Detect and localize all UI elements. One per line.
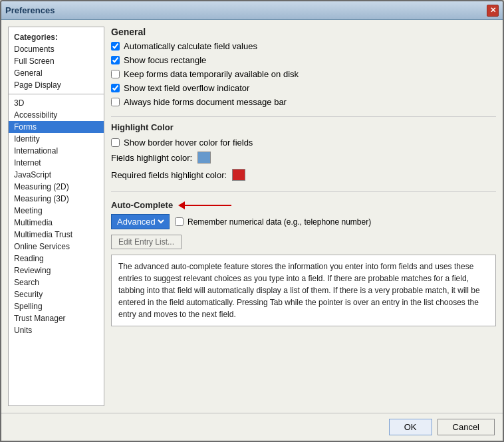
show-border-label: Show border hover color for fields [124, 138, 253, 148]
required-highlight-swatch[interactable] [232, 169, 245, 181]
ok-button[interactable]: OK [389, 419, 432, 435]
sidebar: Categories: Documents Full Screen Genera… [8, 27, 104, 406]
fields-highlight-swatch[interactable] [197, 152, 211, 164]
fields-highlight-row: Fields highlight color: [111, 152, 496, 164]
sidebar-item-measuring2d[interactable]: Measuring (2D) [9, 181, 104, 193]
checkbox-auto-calculate: Automatically calculate field values [111, 41, 496, 51]
keep-forms-label: Keep forms data temporarily available on… [124, 69, 299, 79]
divider1 [111, 116, 496, 117]
footer-bar: OK Cancel [1, 413, 503, 441]
preferences-window: Preferences ✕ Categories: Documents Full… [0, 0, 504, 442]
sidebar-item-reviewing[interactable]: Reviewing [9, 265, 104, 276]
sidebar-item-reading[interactable]: Reading [9, 253, 104, 265]
divider2 [111, 191, 496, 192]
info-box: The advanced auto-complete feature store… [111, 255, 496, 326]
cancel-button[interactable]: Cancel [438, 419, 495, 435]
show-border-checkbox[interactable] [111, 138, 120, 147]
sidebar-item-multimediatrust[interactable]: Multimedia Trust [9, 229, 104, 241]
highlight-color-section: Highlight Color Show border hover color … [111, 122, 496, 186]
sidebar-item-internet[interactable]: Internet [9, 157, 104, 169]
sidebar-item-pagedisplay[interactable]: Page Display [9, 79, 104, 91]
sidebar-item-fullscreen[interactable]: Full Screen [9, 55, 104, 67]
general-section-title: General [111, 27, 496, 37]
checkbox-show-border: Show border hover color for fields [111, 138, 496, 148]
checkbox-show-overflow: Show text field overflow indicator [111, 83, 496, 93]
sidebar-item-multimedia[interactable]: Multimedia [9, 217, 104, 229]
sidebar-item-3d[interactable]: 3D [9, 97, 104, 109]
hide-forms-bar-checkbox[interactable] [111, 98, 120, 106]
auto-calculate-checkbox[interactable] [111, 42, 120, 51]
required-highlight-label: Required fields highlight color: [111, 170, 227, 180]
auto-complete-title-text: Auto-Complete [111, 200, 173, 210]
window-body: Categories: Documents Full Screen Genera… [1, 20, 503, 413]
sidebar-item-search[interactable]: Search [9, 276, 104, 288]
sidebar-item-measuring3d[interactable]: Measuring (3D) [9, 193, 104, 205]
title-bar: Preferences ✕ [1, 1, 503, 20]
checkbox-keep-forms: Keep forms data temporarily available on… [111, 69, 496, 79]
show-focus-checkbox[interactable] [111, 56, 120, 64]
autocomplete-dropdown[interactable]: Advanced Basic Off [111, 214, 170, 229]
window-title: Preferences [5, 5, 55, 15]
sidebar-item-units[interactable]: Units [9, 324, 104, 336]
sidebar-item-international[interactable]: International [9, 145, 104, 157]
keep-forms-checkbox[interactable] [111, 70, 120, 78]
show-focus-label: Show focus rectangle [124, 55, 206, 65]
remember-numerical-row: Remember numerical data (e.g., telephone… [175, 217, 371, 227]
auto-calculate-label: Automatically calculate field values [124, 41, 257, 51]
highlight-color-title: Highlight Color [111, 122, 496, 132]
edit-entry-button[interactable]: Edit Entry List... [111, 235, 182, 249]
sidebar-item-javascript[interactable]: JavaScript [9, 169, 104, 181]
sidebar-item-general[interactable]: General [9, 67, 104, 79]
sidebar-item-onlineservices[interactable]: Online Services [9, 241, 104, 253]
checkbox-hide-forms-bar: Always hide forms document message bar [111, 97, 496, 107]
fields-highlight-label: Fields highlight color: [111, 153, 192, 163]
main-panel: General Automatically calculate field va… [111, 27, 496, 406]
sidebar-top-group: Documents Full Screen General Page Displ… [9, 43, 104, 94]
hide-forms-bar-label: Always hide forms document message bar [124, 97, 287, 107]
sidebar-item-documents[interactable]: Documents [9, 43, 104, 55]
arrow-indicator [178, 201, 231, 209]
show-overflow-label: Show text field overflow indicator [124, 83, 249, 93]
sidebar-item-forms[interactable]: Forms [9, 121, 104, 133]
autocomplete-select[interactable]: Advanced Basic Off [114, 216, 166, 227]
auto-complete-section: Auto-Complete Advanced Basic Off [111, 200, 496, 326]
show-overflow-checkbox[interactable] [111, 84, 120, 92]
sidebar-item-spelling[interactable]: Spelling [9, 300, 104, 312]
remember-numerical-label: Remember numerical data (e.g., telephone… [188, 217, 371, 227]
arrow-line-bar [185, 205, 231, 206]
close-button[interactable]: ✕ [487, 5, 499, 17]
sidebar-item-security[interactable]: Security [9, 288, 104, 300]
required-highlight-row: Required fields highlight color: [111, 169, 496, 181]
sidebar-item-meeting[interactable]: Meeting [9, 205, 104, 217]
remember-numerical-checkbox[interactable] [175, 217, 184, 226]
sidebar-label: Categories: [9, 30, 104, 43]
sidebar-item-trustmanager[interactable]: Trust Manager [9, 312, 104, 324]
autocomplete-dropdown-row: Advanced Basic Off Remember numerical da… [111, 214, 496, 229]
auto-complete-header: Auto-Complete [111, 200, 496, 210]
sidebar-item-accessibility[interactable]: Accessibility [9, 109, 104, 121]
general-section: General Automatically calculate field va… [111, 27, 496, 111]
checkbox-show-focus: Show focus rectangle [111, 55, 496, 65]
arrow-head-icon [178, 201, 185, 209]
sidebar-item-identity[interactable]: Identity [9, 133, 104, 145]
